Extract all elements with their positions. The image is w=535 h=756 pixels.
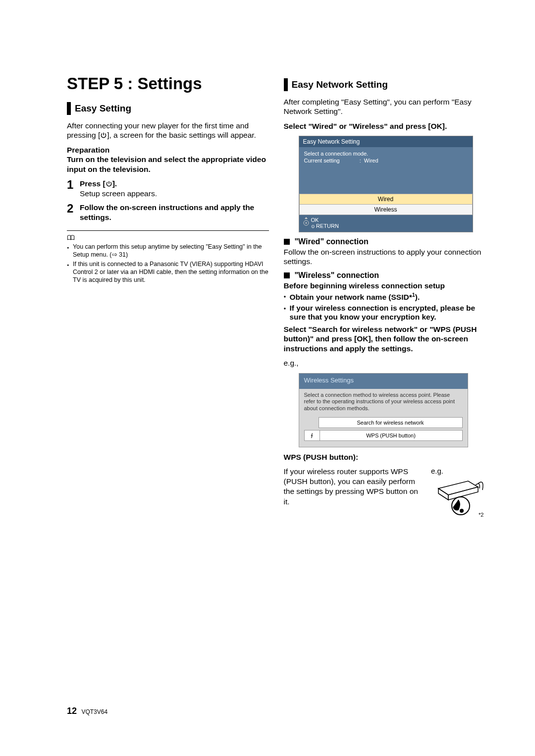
wired-subhead: "Wired" connection bbox=[284, 237, 486, 246]
page-footer: 12 VQT3V64 bbox=[67, 706, 107, 716]
easy-network-header: Easy Network Setting bbox=[284, 78, 486, 91]
ens-select-line: Select "Wired" or "Wireless" and press [… bbox=[284, 121, 486, 131]
step-2: 2 Follow the on-screen instructions and … bbox=[67, 203, 269, 222]
preparation-label: Preparation bbox=[67, 146, 109, 154]
easy-setting-intro: After connecting your new player for the… bbox=[67, 121, 269, 140]
wired-title: "Wired" connection bbox=[295, 237, 369, 246]
wps-footnote-marker: *2 bbox=[479, 512, 483, 518]
dpad-icon bbox=[302, 216, 310, 227]
power-icon bbox=[106, 180, 112, 187]
ens-option-wired[interactable]: Wired bbox=[299, 194, 473, 205]
ws-title: Wireless Settings bbox=[299, 374, 468, 389]
step1-body: Setup screen appears. bbox=[80, 189, 157, 198]
wps-push-label: WPS (PUSH button): bbox=[284, 452, 486, 462]
wireless-title: "Wireless" connection bbox=[295, 271, 379, 280]
ens-dialog-body: Select a connection mode. Current settin… bbox=[299, 147, 473, 194]
wireless-before: Before beginning wireless connection set… bbox=[284, 281, 486, 290]
easy-setting-header: Easy Setting bbox=[67, 102, 269, 115]
book-icon bbox=[67, 235, 75, 241]
easy-network-title: Easy Network Setting bbox=[292, 78, 388, 91]
ws-blank-icon bbox=[304, 417, 319, 428]
note-2: If this unit is connected to a Panasonic… bbox=[67, 261, 269, 284]
step1-lead-a: Press [ bbox=[80, 179, 106, 188]
wps-eg-label: e.g. bbox=[431, 467, 485, 475]
wps-text: If your wireless router supports WPS (PU… bbox=[284, 467, 425, 507]
step-number-1: 1 bbox=[67, 179, 80, 191]
header-bar bbox=[284, 78, 288, 91]
wps-cert-icon: ∮ bbox=[304, 430, 320, 441]
ens-current-value: Wired bbox=[364, 157, 378, 164]
left-column: STEP 5 : Settings Easy Setting After con… bbox=[67, 74, 269, 528]
note-1: You can perform this setup anytime by se… bbox=[67, 243, 269, 259]
ens-dialog-title: Easy Network Setting bbox=[299, 136, 473, 147]
ws-text: Select a connection method to wireless a… bbox=[299, 389, 468, 417]
ens-current-label: Current setting bbox=[304, 157, 340, 164]
square-bullet bbox=[284, 239, 290, 245]
doc-id: VQT3V64 bbox=[81, 708, 107, 715]
step2-lead: Follow the on-screen instructions and ap… bbox=[80, 203, 254, 221]
easy-setting-title: Easy Setting bbox=[75, 102, 131, 115]
intro-text-b: ], a screen for the basic settings will … bbox=[107, 131, 256, 139]
page-number: 12 bbox=[67, 706, 77, 716]
wps-illustration: e.g. *2 bbox=[431, 467, 485, 528]
ens-body-line1: Select a connection mode. bbox=[304, 150, 468, 157]
svg-point-2 bbox=[460, 509, 463, 512]
ws-option-search[interactable]: Search for wireless network bbox=[319, 417, 463, 428]
wireless-subhead: "Wireless" connection bbox=[284, 271, 486, 280]
wireless-bullet-2: If your wireless connection is encrypted… bbox=[284, 304, 486, 322]
notes-block: You can perform this setup anytime by se… bbox=[67, 235, 269, 284]
eg-label: e.g., bbox=[284, 358, 486, 368]
ens-ok-label: OK bbox=[311, 217, 319, 223]
preparation-text: Turn on the television and select the ap… bbox=[67, 155, 266, 173]
wireless-select: Select "Search for wireless network" or … bbox=[284, 324, 486, 353]
header-bar bbox=[67, 102, 71, 115]
ens-return-label: RETURN bbox=[316, 223, 339, 229]
router-icon: *2 bbox=[431, 476, 485, 526]
wireless-bullet-1: Obtain your network name (SSID*1). bbox=[284, 292, 486, 302]
right-column: Easy Network Setting After completing "E… bbox=[284, 74, 486, 528]
wired-text: Follow the on-screen instructions to app… bbox=[284, 247, 486, 267]
power-icon bbox=[100, 132, 107, 139]
preparation-block: Preparation Turn on the television and s… bbox=[67, 145, 269, 174]
square-bullet bbox=[284, 272, 290, 278]
divider bbox=[67, 230, 269, 231]
ens-option-wireless[interactable]: Wireless bbox=[299, 204, 473, 215]
ws-option-wps[interactable]: WPS (PUSH button) bbox=[320, 430, 463, 441]
wireless-settings-screenshot: Wireless Settings Select a connection me… bbox=[299, 373, 468, 447]
step-number-2: 2 bbox=[67, 203, 80, 215]
step1-lead-b: ]. bbox=[112, 179, 117, 188]
svg-point-1 bbox=[305, 222, 307, 223]
ens-screenshot: Easy Network Setting Select a connection… bbox=[299, 136, 473, 232]
ens-intro: After completing "Easy Setting", you can… bbox=[284, 97, 486, 116]
page-title: STEP 5 : Settings bbox=[67, 74, 269, 93]
step-1: 1 Press []. Setup screen appears. bbox=[67, 179, 269, 199]
ens-footer: OK ⊙ RETURN bbox=[299, 215, 473, 232]
